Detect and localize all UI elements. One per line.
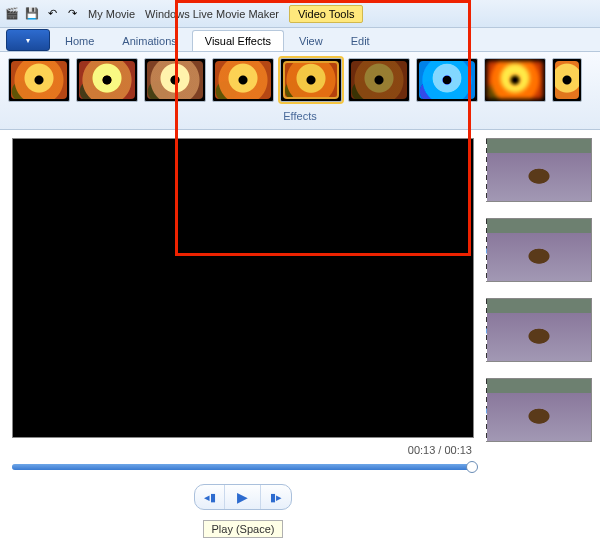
tab-visual-effects[interactable]: Visual Effects: [192, 30, 284, 51]
window-title: My Movie Windows Live Movie Maker Video …: [88, 5, 363, 23]
clip-thumb[interactable]: [486, 378, 592, 442]
seek-bar[interactable]: [12, 464, 474, 470]
storyboard-pane: [486, 130, 600, 560]
effect-thumb[interactable]: [348, 58, 410, 102]
contextual-tab-label: Video Tools: [289, 5, 363, 23]
seek-fill: [12, 464, 474, 470]
effect-thumb[interactable]: [416, 58, 478, 102]
effect-thumb[interactable]: [212, 58, 274, 102]
ribbon-group-label: Effects: [0, 108, 600, 126]
redo-icon[interactable]: ↷: [64, 6, 80, 22]
ribbon-tabs: ▾ Home Animations Visual Effects View Ed…: [0, 28, 600, 52]
tab-home[interactable]: Home: [52, 30, 107, 51]
effect-thumb[interactable]: [8, 58, 70, 102]
title-bar: 🎬 💾 ↶ ↷ My Movie Windows Live Movie Make…: [0, 0, 600, 28]
project-name: My Movie: [88, 8, 135, 20]
effect-thumb[interactable]: [76, 58, 138, 102]
app-name: Windows Live Movie Maker: [145, 8, 279, 20]
undo-icon[interactable]: ↶: [44, 6, 60, 22]
play-tooltip: Play (Space): [203, 520, 284, 538]
app-icon[interactable]: 🎬: [4, 6, 20, 22]
tab-edit[interactable]: Edit: [338, 30, 383, 51]
effect-thumb[interactable]: [144, 58, 206, 102]
save-icon[interactable]: 💾: [24, 6, 40, 22]
clip-thumb[interactable]: [486, 298, 592, 362]
prev-frame-button[interactable]: ◂▮: [195, 485, 225, 509]
tab-animations[interactable]: Animations: [109, 30, 189, 51]
playback-controls: ◂▮ ▶ ▮▸: [12, 480, 474, 514]
clip-thumb[interactable]: [486, 138, 592, 202]
workspace: 00:13 / 00:13 ◂▮ ▶ ▮▸ Play (Space): [0, 130, 600, 560]
effects-gallery: [0, 52, 600, 108]
preview-pane: 00:13 / 00:13 ◂▮ ▶ ▮▸ Play (Space): [0, 130, 486, 560]
quick-access-toolbar: 🎬 💾 ↶ ↷: [4, 6, 80, 22]
effect-thumb-selected[interactable]: [280, 58, 342, 102]
effect-thumb[interactable]: [552, 58, 582, 102]
time-display: 00:13 / 00:13: [12, 438, 474, 462]
effect-thumb[interactable]: [484, 58, 546, 102]
clip-thumb[interactable]: [486, 218, 592, 282]
ribbon-body: Effects: [0, 52, 600, 130]
playback-button-group: ◂▮ ▶ ▮▸: [194, 484, 292, 510]
tab-view[interactable]: View: [286, 30, 336, 51]
preview-video[interactable]: [12, 138, 474, 438]
seek-thumb[interactable]: [466, 461, 478, 473]
play-button[interactable]: ▶: [225, 485, 261, 509]
next-frame-button[interactable]: ▮▸: [261, 485, 291, 509]
app-menu-button[interactable]: ▾: [6, 29, 50, 51]
